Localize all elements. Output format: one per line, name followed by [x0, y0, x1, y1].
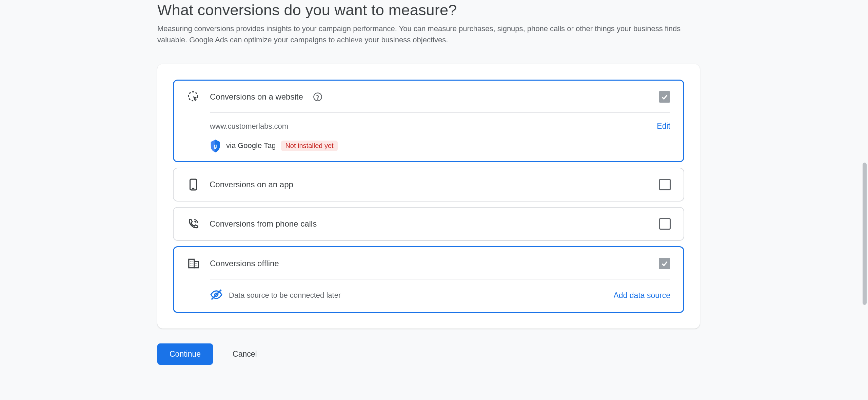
svg-text:g: g — [214, 143, 217, 149]
option-website-details: www.customerlabs.com Edit g via Google T… — [210, 112, 670, 152]
svg-rect-6 — [189, 259, 194, 268]
options-card: Conversions on a website w — [157, 64, 700, 329]
option-offline-label: Conversions offline — [210, 259, 279, 268]
svg-rect-7 — [194, 261, 199, 268]
option-website[interactable]: Conversions on a website w — [173, 80, 684, 162]
google-tag-text: via Google Tag — [226, 141, 276, 150]
option-app-checkbox[interactable] — [659, 179, 671, 190]
page-subtitle: Measuring conversions provides insights … — [157, 23, 700, 45]
building-icon — [187, 257, 200, 270]
cancel-button[interactable]: Cancel — [233, 350, 257, 359]
smartphone-icon — [186, 178, 200, 191]
website-domain: www.customerlabs.com — [210, 122, 657, 131]
help-icon[interactable] — [313, 92, 323, 102]
option-offline-checkbox[interactable] — [659, 258, 670, 269]
offline-detail-text: Data source to be connected later — [229, 291, 607, 300]
svg-point-2 — [317, 99, 318, 99]
edit-button[interactable]: Edit — [657, 122, 670, 131]
scrollbar-thumb[interactable] — [863, 163, 867, 305]
option-website-label: Conversions on a website — [210, 92, 303, 102]
action-buttons: Continue Cancel — [157, 343, 700, 365]
add-data-source-button[interactable]: Add data source — [613, 291, 670, 300]
option-offline-details: Data source to be connected later Add da… — [210, 279, 670, 302]
option-app-label: Conversions on an app — [210, 180, 293, 189]
option-offline[interactable]: Conversions offline — [173, 246, 684, 313]
phone-call-icon — [186, 217, 200, 231]
continue-button[interactable]: Continue — [157, 343, 213, 365]
option-phone-checkbox[interactable] — [659, 218, 671, 230]
option-app[interactable]: Conversions on an app — [173, 168, 684, 202]
option-phone[interactable]: Conversions from phone calls — [173, 207, 684, 241]
option-website-checkbox[interactable] — [659, 91, 670, 103]
cursor-click-icon — [187, 90, 200, 104]
option-phone-label: Conversions from phone calls — [210, 219, 317, 229]
visibility-off-icon — [210, 288, 223, 302]
page-title: What conversions do you want to measure? — [157, 1, 700, 19]
google-tag-icon: g — [210, 140, 221, 152]
svg-point-0 — [189, 92, 198, 101]
tag-status-badge: Not installed yet — [281, 141, 337, 151]
